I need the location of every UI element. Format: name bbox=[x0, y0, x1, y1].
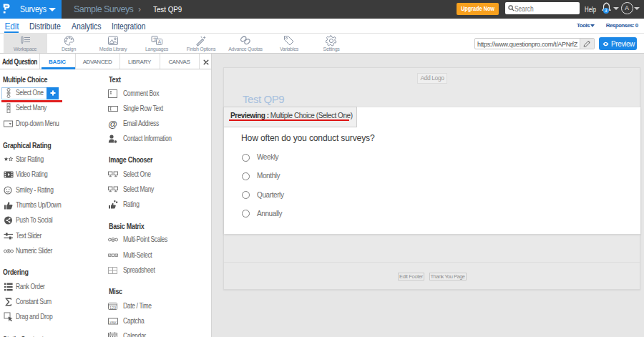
svg-text:vsy: vsy bbox=[109, 320, 117, 324]
svg-text:@: @ bbox=[108, 119, 117, 129]
svg-text:123: 123 bbox=[109, 305, 116, 309]
svg-text:A: A bbox=[158, 39, 162, 44]
